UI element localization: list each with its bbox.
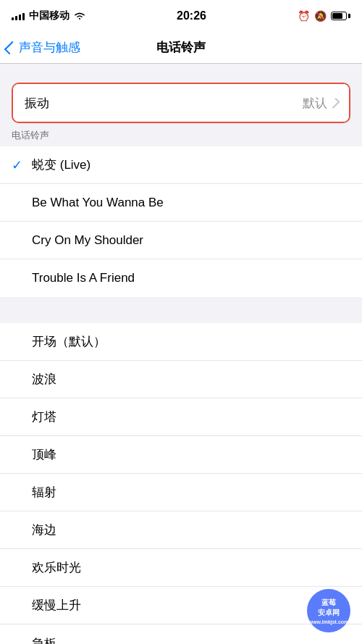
list-item[interactable]: ✓ 蜕变 (Live) xyxy=(0,146,362,184)
status-time: 20:26 xyxy=(177,9,206,22)
system-tone-label-3: 顶峰 xyxy=(32,446,350,463)
battery-icon xyxy=(331,12,350,20)
checkmark-placeholder: ✓ xyxy=(12,409,32,425)
ringtone-label-0: 蜕变 (Live) xyxy=(32,156,350,173)
back-arrow-icon xyxy=(4,41,17,54)
checkmark-placeholder: ✓ xyxy=(12,447,32,463)
checkmark-icon: ✓ xyxy=(12,157,32,173)
ringtone-label-3: Trouble Is A Friend xyxy=(32,271,350,285)
alarm-icon: ⏰ xyxy=(298,10,310,22)
checkmark-placeholder: ✓ xyxy=(12,270,32,286)
checkmark-placeholder: ✓ xyxy=(12,560,32,576)
watermark-url: www.lmkjst.com xyxy=(309,619,349,624)
checkmark-placeholder: ✓ xyxy=(12,485,32,501)
status-right: ⏰ 🔕 xyxy=(298,10,350,22)
checkmark-placeholder: ✓ xyxy=(12,233,32,248)
watermark-line2: 安卓网 xyxy=(318,608,340,618)
wifi-icon xyxy=(74,12,85,20)
list-item[interactable]: ✓ 辐射 xyxy=(0,474,362,511)
status-left: 中国移动 xyxy=(12,9,85,22)
system-tone-label-2: 灯塔 xyxy=(32,409,350,425)
chevron-right-icon xyxy=(329,98,340,109)
checkmark-placeholder: ✓ xyxy=(12,195,32,211)
list-item[interactable]: ✓ 灯塔 xyxy=(0,398,362,436)
back-button[interactable]: 声音与触感 xyxy=(7,39,80,56)
list-item[interactable]: ✓ 开场（默认） xyxy=(0,323,362,361)
checkmark-placeholder: ✓ xyxy=(12,372,32,388)
checkmark-placeholder: ✓ xyxy=(12,522,32,538)
system-tone-label-7: 缓慢上升 xyxy=(32,597,350,614)
list-item[interactable]: ✓ 波浪 xyxy=(0,361,362,398)
checkmark-placeholder: ✓ xyxy=(12,598,32,614)
vibration-row[interactable]: 振动 默认 xyxy=(13,84,349,122)
status-bar: 中国移动 20:26 ⏰ 🔕 xyxy=(0,0,362,32)
checkmark-placeholder: ✓ xyxy=(12,334,32,350)
vibration-section: 振动 默认 xyxy=(12,83,350,123)
ringtone-label-2: Cry On My Shoulder xyxy=(32,233,350,248)
silent-icon: 🔕 xyxy=(314,10,327,22)
system-tones-list: ✓ 开场（默认） ✓ 波浪 ✓ 灯塔 ✓ 顶峰 ✓ 辐射 ✓ 海边 ✓ 欢乐时光… xyxy=(0,323,362,644)
watermark-line1: 蓝莓 xyxy=(321,598,336,608)
vibration-value: 默认 xyxy=(303,95,327,112)
system-tone-label-5: 海边 xyxy=(32,522,350,538)
section-divider xyxy=(0,297,362,323)
system-tone-label-6: 欢乐时光 xyxy=(32,559,350,576)
nav-bar: 声音与触感 电话铃声 xyxy=(0,32,362,64)
list-item[interactable]: ✓ Cry On My Shoulder xyxy=(0,222,362,259)
watermark-badge: 蓝莓 安卓网 www.lmkjst.com xyxy=(307,589,350,632)
list-item[interactable]: ✓ Be What You Wanna Be xyxy=(0,184,362,222)
back-label: 声音与触感 xyxy=(19,39,80,56)
system-tone-label-8: 急板 xyxy=(32,635,350,645)
signal-icon xyxy=(12,12,25,20)
ringtones-list: ✓ 蜕变 (Live) ✓ Be What You Wanna Be ✓ Cry… xyxy=(0,146,362,297)
system-tone-label-1: 波浪 xyxy=(32,371,350,388)
ringtone-section-header: 电话铃声 xyxy=(0,123,362,146)
checkmark-placeholder: ✓ xyxy=(12,635,32,644)
vibration-label: 振动 xyxy=(25,95,49,112)
nav-title: 电话铃声 xyxy=(156,39,206,56)
list-item[interactable]: ✓ 顶峰 xyxy=(0,436,362,474)
list-item[interactable]: ✓ Trouble Is A Friend xyxy=(0,259,362,297)
list-item[interactable]: ✓ 欢乐时光 xyxy=(0,549,362,587)
ringtone-label-1: Be What You Wanna Be xyxy=(32,196,350,210)
vibration-right: 默认 xyxy=(303,95,337,112)
system-tone-label-0: 开场（默认） xyxy=(32,333,350,350)
system-tone-label-4: 辐射 xyxy=(32,484,350,501)
list-item[interactable]: ✓ 急板 xyxy=(0,624,362,644)
list-item[interactable]: ✓ 海边 xyxy=(0,511,362,549)
carrier-label: 中国移动 xyxy=(29,9,70,22)
